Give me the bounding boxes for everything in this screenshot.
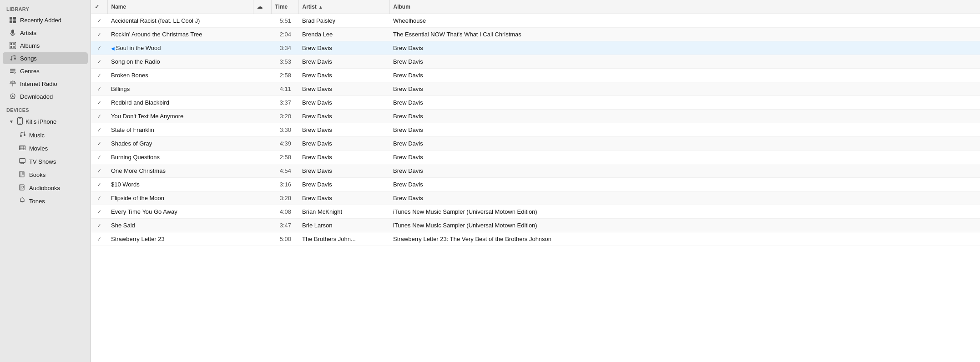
- col-header-artist[interactable]: Artist ▲: [298, 0, 389, 14]
- row-check[interactable]: ✓: [91, 191, 107, 205]
- row-album: Brew Davis: [389, 110, 980, 123]
- col-header-name[interactable]: Name: [107, 0, 253, 14]
- row-time: 2:04: [271, 28, 298, 41]
- device-sub-movies[interactable]: Movies: [3, 142, 88, 155]
- row-check[interactable]: ✓: [91, 69, 107, 82]
- device-sub-tvshows[interactable]: TV Shows: [3, 156, 88, 168]
- table-row[interactable]: ✓One More Christmas4:54Brew DavisBrew Da…: [91, 164, 980, 178]
- checkmark-icon: ✓: [97, 31, 101, 38]
- song-name: Song on the Radio: [111, 58, 160, 65]
- checkmark-icon: ✓: [97, 195, 101, 201]
- col-header-time[interactable]: Time: [271, 0, 298, 14]
- table-row[interactable]: ✓She Said3:47Brie LarsoniTunes New Music…: [91, 219, 980, 232]
- row-album: Brew Davis: [389, 191, 980, 205]
- device-kits-iphone[interactable]: ▼ Kit's iPhone: [3, 115, 88, 128]
- col-header-cloud[interactable]: ☁: [253, 0, 271, 14]
- checkmark-icon: ✓: [97, 100, 101, 106]
- row-check[interactable]: ✓: [91, 82, 107, 96]
- table-row[interactable]: ✓Broken Bones2:58Brew DavisBrew Davis: [91, 69, 980, 82]
- row-check[interactable]: ✓: [91, 178, 107, 191]
- device-sub-tones[interactable]: Tones: [3, 195, 88, 207]
- row-check[interactable]: ✓: [91, 164, 107, 178]
- col-header-album[interactable]: Album: [389, 0, 980, 14]
- checkmark-icon: ✓: [97, 154, 101, 161]
- table-row[interactable]: ✓Burning Questions2:58Brew DavisBrew Dav…: [91, 151, 980, 164]
- row-check[interactable]: ✓: [91, 96, 107, 110]
- row-time: 5:51: [271, 14, 298, 28]
- row-cloud: [253, 28, 271, 41]
- device-tones-label: Tones: [29, 198, 45, 205]
- sort-arrow-icon: ▲: [318, 5, 323, 10]
- row-time: 3:34: [271, 41, 298, 55]
- table-row[interactable]: ✓Rockin' Around the Christmas Tree2:04Br…: [91, 28, 980, 41]
- sidebar-item-albums[interactable]: Albums: [3, 40, 88, 51]
- table-row[interactable]: ✓◀ Soul in the Wood3:34Brew DavisBrew Da…: [91, 41, 980, 55]
- table-row[interactable]: ✓$10 Words3:16Brew DavisBrew Davis: [91, 178, 980, 191]
- row-check[interactable]: ✓: [91, 205, 107, 219]
- row-artist: Brew Davis: [298, 55, 389, 69]
- svg-rect-11: [10, 46, 12, 48]
- row-check[interactable]: ✓: [91, 55, 107, 69]
- row-check[interactable]: ✓: [91, 219, 107, 232]
- row-artist: Brew Davis: [298, 110, 389, 123]
- row-check[interactable]: ✓: [91, 123, 107, 137]
- album-icon: [9, 42, 16, 49]
- sidebar-item-recently-added[interactable]: Recently Added: [3, 14, 88, 26]
- artist-col-label: Artist: [303, 4, 317, 10]
- row-check[interactable]: ✓: [91, 41, 107, 55]
- row-check[interactable]: ✓: [91, 14, 107, 28]
- table-row[interactable]: ✓Flipside of the Moon3:28Brew DavisBrew …: [91, 191, 980, 205]
- device-sub-audiobooks[interactable]: Audiobooks: [3, 182, 88, 194]
- svg-point-19: [12, 83, 13, 84]
- svg-rect-2: [10, 20, 12, 23]
- device-movies-label: Movies: [29, 145, 48, 152]
- table-row[interactable]: ✓You Don't Text Me Anymore3:20Brew Davis…: [91, 110, 980, 123]
- row-album: Brew Davis: [389, 123, 980, 137]
- device-sub-music[interactable]: Music: [3, 129, 88, 141]
- chevron-down-icon: ▼: [9, 119, 15, 124]
- sidebar-item-artists[interactable]: Artists: [3, 27, 88, 39]
- song-name: One More Christmas: [111, 167, 166, 174]
- table-row[interactable]: ✓State of Franklin3:30Brew DavisBrew Dav…: [91, 123, 980, 137]
- sidebar-item-genres[interactable]: Genres: [3, 65, 88, 77]
- sidebar-item-internet-radio[interactable]: Internet Radio: [3, 78, 88, 90]
- audiobook-icon: [19, 184, 25, 192]
- table-row[interactable]: ✓Every Time You Go Away4:08Brian McKnigh…: [91, 205, 980, 219]
- row-cloud: [253, 123, 271, 137]
- song-name: $10 Words: [111, 181, 140, 188]
- col-header-check[interactable]: ✓: [91, 0, 107, 14]
- table-row[interactable]: ✓Song on the Radio3:53Brew DavisBrew Dav…: [91, 55, 980, 69]
- checkmark-icon: ✓: [97, 59, 101, 65]
- svg-rect-29: [20, 146, 25, 150]
- table-row[interactable]: ✓Redbird and Blackbird3:37Brew DavisBrew…: [91, 96, 980, 110]
- row-check[interactable]: ✓: [91, 110, 107, 123]
- table-row[interactable]: ✓Accidental Racist (feat. LL Cool J)5:51…: [91, 14, 980, 28]
- table-row[interactable]: ✓Strawberry Letter 235:00The Brothers Jo…: [91, 232, 980, 246]
- row-album: Wheelhouse: [389, 14, 980, 28]
- svg-rect-1: [13, 17, 16, 20]
- sidebar-item-songs[interactable]: Songs: [3, 52, 88, 64]
- row-check[interactable]: ✓: [91, 151, 107, 164]
- row-artist: Brew Davis: [298, 191, 389, 205]
- svg-rect-0: [10, 17, 12, 20]
- row-check[interactable]: ✓: [91, 137, 107, 151]
- download-icon: [9, 93, 16, 100]
- song-name: She Said: [111, 222, 135, 229]
- row-cloud: [253, 55, 271, 69]
- svg-rect-7: [10, 42, 16, 49]
- row-check[interactable]: ✓: [91, 232, 107, 246]
- row-check[interactable]: ✓: [91, 28, 107, 41]
- row-album: Brew Davis: [389, 178, 980, 191]
- row-name: Song on the Radio: [107, 55, 253, 69]
- table-row[interactable]: ✓Billings4:11Brew DavisBrew Davis: [91, 82, 980, 96]
- time-col-label: Time: [275, 4, 288, 10]
- song-name: Strawberry Letter 23: [111, 236, 165, 242]
- checkmark-icon: ✓: [97, 222, 101, 229]
- row-cloud: [253, 110, 271, 123]
- song-name: Rockin' Around the Christmas Tree: [111, 31, 202, 38]
- sidebar-item-downloaded[interactable]: Downloaded: [3, 90, 88, 102]
- device-sub-books[interactable]: Books: [3, 169, 88, 181]
- row-artist: Brew Davis: [298, 151, 389, 164]
- row-artist: Brenda Lee: [298, 28, 389, 41]
- table-row[interactable]: ✓Shades of Gray4:39Brew DavisBrew Davis: [91, 137, 980, 151]
